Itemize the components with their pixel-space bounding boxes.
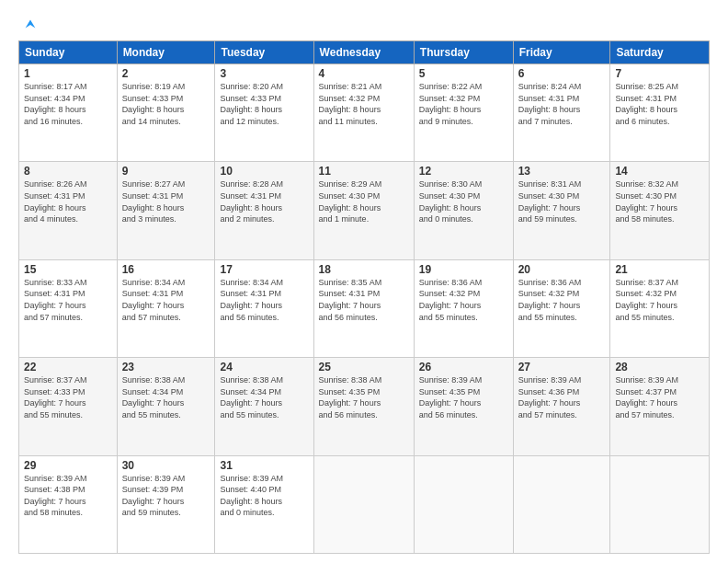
day-info: Sunrise: 8:26 AMSunset: 4:31 PMDaylight:… <box>24 178 112 224</box>
day-number: 17 <box>220 263 308 276</box>
calendar-cell: 18Sunrise: 8:35 AMSunset: 4:31 PMDayligh… <box>313 259 414 357</box>
calendar-cell: 16Sunrise: 8:34 AMSunset: 4:31 PMDayligh… <box>117 259 215 357</box>
day-number: 6 <box>518 67 606 80</box>
day-info: Sunrise: 8:39 AMSunset: 4:35 PMDaylight:… <box>419 374 508 420</box>
calendar-cell: 4Sunrise: 8:21 AMSunset: 4:32 PMDaylight… <box>313 64 414 162</box>
calendar-cell: 14Sunrise: 8:32 AMSunset: 4:30 PMDayligh… <box>610 162 710 259</box>
day-info: Sunrise: 8:35 AMSunset: 4:31 PMDaylight:… <box>319 277 409 323</box>
day-info: Sunrise: 8:39 AMSunset: 4:39 PMDaylight:… <box>122 473 210 519</box>
day-number: 23 <box>122 361 210 373</box>
calendar-cell: 24Sunrise: 8:38 AMSunset: 4:34 PMDayligh… <box>215 358 313 455</box>
day-number: 7 <box>615 67 704 80</box>
calendar-cell: 6Sunrise: 8:24 AMSunset: 4:31 PMDaylight… <box>513 64 610 162</box>
day-number: 4 <box>319 67 409 80</box>
calendar-table: SundayMondayTuesdayWednesdayThursdayFrid… <box>18 40 710 554</box>
day-number: 5 <box>419 67 508 80</box>
calendar-cell: 17Sunrise: 8:34 AMSunset: 4:31 PMDayligh… <box>215 259 313 357</box>
day-number: 8 <box>24 165 112 178</box>
day-info: Sunrise: 8:27 AMSunset: 4:31 PMDaylight:… <box>122 178 210 224</box>
day-info: Sunrise: 8:39 AMSunset: 4:38 PMDaylight:… <box>24 473 112 519</box>
day-info: Sunrise: 8:24 AMSunset: 4:31 PMDaylight:… <box>518 81 606 127</box>
weekday-header-wednesday: Wednesday <box>313 41 414 64</box>
weekday-header-sunday: Sunday <box>19 41 118 64</box>
day-info: Sunrise: 8:20 AMSunset: 4:33 PMDaylight:… <box>220 81 308 127</box>
day-info: Sunrise: 8:39 AMSunset: 4:36 PMDaylight:… <box>518 374 606 420</box>
day-number: 16 <box>122 263 210 276</box>
day-number: 2 <box>122 67 210 80</box>
day-number: 28 <box>615 361 704 373</box>
calendar-cell <box>414 455 513 553</box>
calendar-cell: 29Sunrise: 8:39 AMSunset: 4:38 PMDayligh… <box>19 455 118 553</box>
calendar-cell: 15Sunrise: 8:33 AMSunset: 4:31 PMDayligh… <box>19 259 118 357</box>
day-number: 10 <box>220 165 308 178</box>
day-number: 15 <box>24 263 112 276</box>
day-info: Sunrise: 8:36 AMSunset: 4:32 PMDaylight:… <box>518 277 606 323</box>
calendar-cell: 28Sunrise: 8:39 AMSunset: 4:37 PMDayligh… <box>610 358 710 455</box>
day-info: Sunrise: 8:21 AMSunset: 4:32 PMDaylight:… <box>319 81 409 127</box>
day-info: Sunrise: 8:17 AMSunset: 4:34 PMDaylight:… <box>24 81 112 127</box>
calendar-cell: 27Sunrise: 8:39 AMSunset: 4:36 PMDayligh… <box>513 358 610 455</box>
day-info: Sunrise: 8:37 AMSunset: 4:33 PMDaylight:… <box>24 374 112 420</box>
day-number: 1 <box>24 67 112 80</box>
calendar-cell: 19Sunrise: 8:36 AMSunset: 4:32 PMDayligh… <box>414 259 513 357</box>
calendar-cell: 7Sunrise: 8:25 AMSunset: 4:31 PMDaylight… <box>610 64 710 162</box>
day-info: Sunrise: 8:38 AMSunset: 4:34 PMDaylight:… <box>122 374 210 420</box>
calendar-cell: 2Sunrise: 8:19 AMSunset: 4:33 PMDaylight… <box>117 64 215 162</box>
calendar-cell: 8Sunrise: 8:26 AMSunset: 4:31 PMDaylight… <box>19 162 118 259</box>
day-number: 22 <box>24 361 112 373</box>
weekday-header-saturday: Saturday <box>610 41 710 64</box>
calendar-cell: 22Sunrise: 8:37 AMSunset: 4:33 PMDayligh… <box>19 358 118 455</box>
day-info: Sunrise: 8:28 AMSunset: 4:31 PMDaylight:… <box>220 178 308 224</box>
day-number: 12 <box>419 165 508 178</box>
day-info: Sunrise: 8:31 AMSunset: 4:30 PMDaylight:… <box>518 178 606 224</box>
weekday-header-tuesday: Tuesday <box>215 41 313 64</box>
day-info: Sunrise: 8:37 AMSunset: 4:32 PMDaylight:… <box>615 277 704 323</box>
calendar-cell: 11Sunrise: 8:29 AMSunset: 4:30 PMDayligh… <box>313 162 414 259</box>
calendar-cell <box>313 455 414 553</box>
day-info: Sunrise: 8:25 AMSunset: 4:31 PMDaylight:… <box>615 81 704 127</box>
calendar-cell: 3Sunrise: 8:20 AMSunset: 4:33 PMDaylight… <box>215 64 313 162</box>
logo <box>18 17 39 33</box>
svg-marker-0 <box>26 20 36 29</box>
day-number: 3 <box>220 67 308 80</box>
calendar-cell: 20Sunrise: 8:36 AMSunset: 4:32 PMDayligh… <box>513 259 610 357</box>
calendar-cell <box>513 455 610 553</box>
calendar-cell: 1Sunrise: 8:17 AMSunset: 4:34 PMDaylight… <box>19 64 118 162</box>
weekday-header-thursday: Thursday <box>414 41 513 64</box>
day-info: Sunrise: 8:19 AMSunset: 4:33 PMDaylight:… <box>122 81 210 127</box>
day-info: Sunrise: 8:29 AMSunset: 4:30 PMDaylight:… <box>319 178 409 224</box>
calendar-cell: 26Sunrise: 8:39 AMSunset: 4:35 PMDayligh… <box>414 358 513 455</box>
day-number: 30 <box>122 459 210 472</box>
day-number: 20 <box>518 263 606 276</box>
day-info: Sunrise: 8:39 AMSunset: 4:37 PMDaylight:… <box>615 374 704 420</box>
day-number: 13 <box>518 165 606 178</box>
day-info: Sunrise: 8:30 AMSunset: 4:30 PMDaylight:… <box>419 178 508 224</box>
day-number: 31 <box>220 459 308 472</box>
calendar-cell: 9Sunrise: 8:27 AMSunset: 4:31 PMDaylight… <box>117 162 215 259</box>
day-info: Sunrise: 8:34 AMSunset: 4:31 PMDaylight:… <box>122 277 210 323</box>
logo-icon <box>22 17 39 33</box>
page: SundayMondayTuesdayWednesdayThursdayFrid… <box>0 0 728 563</box>
calendar-cell: 25Sunrise: 8:38 AMSunset: 4:35 PMDayligh… <box>313 358 414 455</box>
day-number: 29 <box>24 459 112 472</box>
day-info: Sunrise: 8:33 AMSunset: 4:31 PMDaylight:… <box>24 277 112 323</box>
calendar-cell: 23Sunrise: 8:38 AMSunset: 4:34 PMDayligh… <box>117 358 215 455</box>
day-info: Sunrise: 8:38 AMSunset: 4:34 PMDaylight:… <box>220 374 308 420</box>
day-number: 26 <box>419 361 508 373</box>
header <box>18 17 710 33</box>
calendar-cell: 5Sunrise: 8:22 AMSunset: 4:32 PMDaylight… <box>414 64 513 162</box>
day-number: 9 <box>122 165 210 178</box>
calendar-cell: 13Sunrise: 8:31 AMSunset: 4:30 PMDayligh… <box>513 162 610 259</box>
day-number: 25 <box>319 361 409 373</box>
day-number: 11 <box>319 165 409 178</box>
day-info: Sunrise: 8:38 AMSunset: 4:35 PMDaylight:… <box>319 374 409 420</box>
weekday-header-friday: Friday <box>513 41 610 64</box>
day-info: Sunrise: 8:34 AMSunset: 4:31 PMDaylight:… <box>220 277 308 323</box>
day-info: Sunrise: 8:22 AMSunset: 4:32 PMDaylight:… <box>419 81 508 127</box>
day-number: 19 <box>419 263 508 276</box>
day-number: 27 <box>518 361 606 373</box>
weekday-header-monday: Monday <box>117 41 215 64</box>
calendar-cell: 31Sunrise: 8:39 AMSunset: 4:40 PMDayligh… <box>215 455 313 553</box>
calendar-cell: 21Sunrise: 8:37 AMSunset: 4:32 PMDayligh… <box>610 259 710 357</box>
calendar-cell <box>610 455 710 553</box>
